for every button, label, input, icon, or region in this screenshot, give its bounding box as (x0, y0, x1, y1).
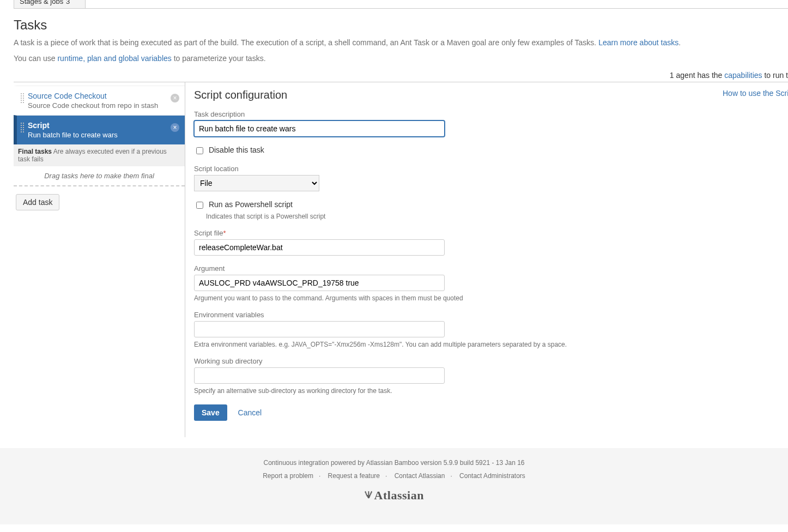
task-name: Source Code Checkout (28, 92, 168, 100)
workdir-hint: Specify an alternative sub-directory as … (194, 387, 575, 395)
drag-handle-icon[interactable] (20, 93, 25, 104)
lead-1: A task is a piece of work that is being … (14, 37, 788, 49)
atlassian-logo-text: Atlassian (374, 488, 424, 502)
how-to-use-link[interactable]: How to use the Scri (723, 89, 788, 98)
final-tasks-title: Final tasks (18, 148, 52, 155)
agent-capability-note: 1 agent has the capabilities to run t (14, 69, 788, 82)
argument-label: Argument (194, 264, 575, 273)
task-item-source-checkout[interactable]: Source Code Checkout Source Code checkou… (14, 86, 185, 115)
lead-text: A task is a piece of work that is being … (14, 38, 598, 47)
lead-text: to parameterize your tasks. (172, 54, 266, 63)
save-button[interactable]: Save (194, 404, 227, 421)
task-name: Script (28, 121, 168, 130)
atlassian-logo: ⩛Atlassian (0, 488, 788, 503)
tab-stages-jobs[interactable]: Stages & jobs 3 (14, 0, 86, 9)
add-task-button[interactable]: Add task (16, 194, 59, 210)
footer-version: Continuous integration powered by Atlass… (0, 459, 788, 467)
final-tasks-header: Final tasks Are always executed even if … (14, 144, 185, 166)
task-desc: Source Code checkout from repo in stash (28, 101, 168, 110)
argument-input[interactable] (194, 275, 445, 291)
cancel-button[interactable]: Cancel (235, 408, 265, 418)
lead-2: You can use runtime, plan and global var… (14, 53, 788, 64)
required-asterisk: * (223, 229, 226, 237)
task-list-sidebar: Source Code Checkout Source Code checkou… (14, 82, 185, 437)
script-file-label: Script file* (194, 229, 575, 237)
page-title: Tasks (14, 17, 788, 33)
tab-count: 3 (66, 0, 70, 5)
remove-task-icon[interactable]: × (171, 94, 179, 102)
task-description-label: Task description (194, 110, 575, 118)
disable-task-text: Disable this task (209, 146, 264, 154)
variables-link[interactable]: runtime, plan and global variables (57, 54, 171, 63)
argument-hint: Argument you want to pass to the command… (194, 294, 575, 302)
footer-link-contact[interactable]: Contact Atlassian (395, 472, 445, 480)
powershell-checkbox[interactable] (196, 202, 203, 209)
powershell-checkbox-label[interactable]: Run as Powershell script (194, 200, 293, 209)
atlassian-logo-icon: ⩛ (364, 489, 374, 500)
task-description-input[interactable] (194, 120, 445, 137)
task-item-script[interactable]: Script Run batch file to create wars × (14, 115, 185, 144)
drag-handle-icon[interactable] (20, 122, 25, 133)
footer: Continuous integration powered by Atlass… (0, 448, 788, 524)
disable-task-checkbox-label[interactable]: Disable this task (194, 146, 264, 154)
tab-label: Stages & jobs (20, 0, 63, 5)
env-vars-label: Environment variables (194, 311, 575, 319)
task-config-panel: How to use the Scri Script configuration… (185, 82, 788, 437)
tab-bar: Stages & jobs 3 (14, 0, 788, 9)
learn-more-link[interactable]: Learn more about tasks (598, 38, 678, 47)
disable-task-checkbox[interactable] (196, 147, 203, 154)
powershell-text: Run as Powershell script (209, 200, 293, 209)
workdir-label: Working sub directory (194, 357, 575, 365)
agent-text: to run t (762, 71, 788, 80)
task-desc: Run batch file to create wars (28, 131, 168, 139)
footer-link-feature[interactable]: Request a feature (328, 472, 380, 480)
script-location-select[interactable]: File (194, 175, 319, 191)
lead-text: You can use (14, 54, 57, 63)
form-title: Script configuration (194, 89, 788, 101)
env-vars-hint: Extra environment variables. e.g. JAVA_O… (194, 341, 575, 348)
agent-text: 1 agent has the (670, 71, 724, 80)
capabilities-link[interactable]: capabilities (724, 71, 762, 80)
remove-task-icon[interactable]: × (171, 123, 179, 132)
env-vars-input[interactable] (194, 321, 445, 337)
footer-link-report[interactable]: Report a problem (263, 472, 313, 480)
script-file-input[interactable] (194, 239, 445, 256)
script-location-label: Script location (194, 165, 575, 173)
workdir-input[interactable] (194, 367, 445, 384)
final-tasks-dropzone[interactable]: Drag tasks here to make them final (14, 166, 185, 186)
footer-link-admin[interactable]: Contact Administrators (459, 472, 525, 480)
powershell-hint: Indicates that script is a Powershell sc… (194, 213, 575, 220)
